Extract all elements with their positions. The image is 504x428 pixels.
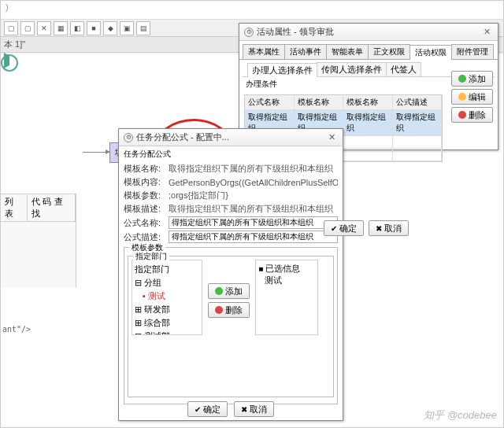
tool-btn[interactable]: ✕ (37, 21, 51, 35)
top-bar: ) (1, 1, 503, 20)
subtab-handler[interactable]: 办理人选择条件 (247, 63, 317, 77)
cancel-button[interactable]: ✖ 取消 (234, 401, 274, 417)
connector (83, 152, 109, 153)
add-sel-button[interactable]: 添加 (208, 283, 250, 299)
cancel-button[interactable]: ✖ 取消 (369, 220, 409, 236)
tool-btn[interactable]: ◧ (70, 21, 84, 35)
formula-config-dialog: ⚙ 任务分配公式 - 配置中... ✕ 任务分配公式 模板名称:取得指定组织下属… (118, 128, 343, 421)
tab-events[interactable]: 活动事件 (284, 44, 327, 59)
ok-button[interactable]: ✔ 确定 (324, 220, 364, 236)
ok-button[interactable]: ✔ 确定 (187, 401, 228, 417)
tool-btn[interactable]: ▦ (54, 21, 68, 35)
dialog-title[interactable]: ⚙ 活动属性 - 领导审批 ✕ (239, 24, 498, 41)
tab-text[interactable]: 正文权限 (368, 44, 410, 59)
tool-btn[interactable]: ▣ (120, 21, 134, 35)
add-button[interactable]: 添加 (451, 71, 493, 87)
selected-list[interactable]: ■ 已选信息 测试 (255, 260, 318, 335)
watermark: 知乎 @codebee (424, 408, 497, 422)
params-fieldset: 模板参数 指定部门 指定部门 ⊟ 分组 ▪ 测试 ⊞ 研发部 ⊞ 综合部 ⊞ 测… (124, 247, 338, 404)
close-icon[interactable]: ✕ (325, 132, 338, 142)
tab-attach[interactable]: 附件管理 (451, 44, 494, 59)
start-node[interactable] (1, 54, 18, 72)
main-tabs: 基本属性 活动事件 智能表单 正文权限 活动权限 附件管理 (239, 41, 498, 60)
tool-btn[interactable]: ■ (87, 21, 101, 35)
section: 任务分配公式 (119, 146, 343, 162)
tab-form[interactable]: 智能表单 (326, 44, 369, 59)
org-tree[interactable]: 指定部门 ⊟ 分组 ▪ 测试 ⊞ 研发部 ⊞ 综合部 ⊞ 测试部 (132, 260, 202, 335)
edit-icon (458, 93, 466, 101)
tool-btn[interactable]: ▢ (20, 21, 35, 35)
tool-btn[interactable]: ▢ (4, 21, 18, 35)
left-panel: 列 表 代 码 查 找 (1, 194, 76, 288)
del-sel-button[interactable]: 删除 (208, 302, 250, 318)
dialog-title[interactable]: ⚙ 任务分配公式 - 配置中... ✕ (119, 129, 343, 146)
lp-tab-code[interactable]: 代 码 查 找 (28, 194, 76, 221)
subtab-sign[interactable]: 代签人 (386, 62, 421, 76)
code-text: ant"/> (2, 325, 31, 334)
subtab-cc[interactable]: 传阅人选择条件 (317, 62, 387, 76)
delete-icon (458, 111, 466, 119)
dept-fieldset: 指定部门 指定部门 ⊟ 分组 ▪ 测试 ⊞ 研发部 ⊞ 综合部 ⊞ 测试部 添加… (128, 256, 334, 397)
add-icon (458, 75, 466, 83)
formula-desc-input[interactable] (169, 231, 338, 243)
tab-perm[interactable]: 活动权限 (410, 45, 452, 60)
delete-button[interactable]: 删除 (451, 107, 493, 123)
tool-btn[interactable]: ◆ (103, 21, 117, 35)
tool-btn[interactable]: ▤ (136, 21, 150, 35)
edit-button[interactable]: 编辑 (451, 89, 493, 105)
gear-icon: ⚙ (124, 133, 133, 142)
formula-name-input[interactable] (169, 216, 338, 229)
gear-icon: ⚙ (244, 28, 254, 37)
tab-basic[interactable]: 基本属性 (243, 44, 285, 59)
close-icon[interactable]: ✕ (480, 27, 493, 37)
lp-tab-list[interactable]: 列 表 (1, 194, 28, 221)
